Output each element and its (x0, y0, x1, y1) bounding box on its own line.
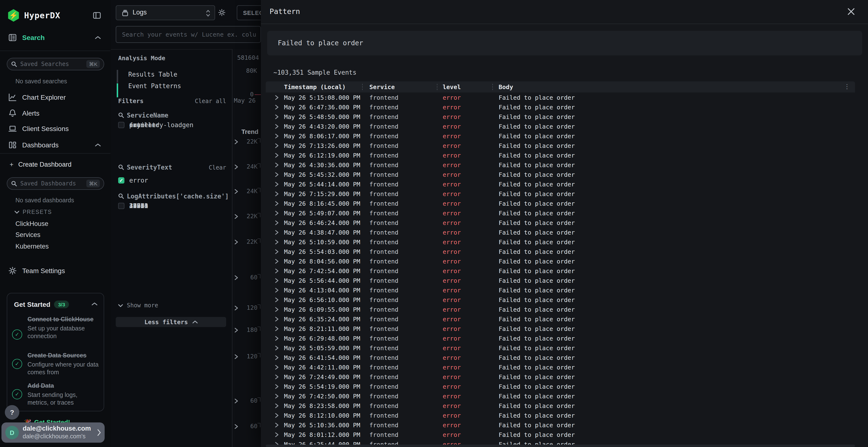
expand-row-chevron-icon[interactable] (275, 95, 279, 100)
table-row[interactable]: May 26 5:44:14.000 PMfrontenderrorFailed… (266, 179, 855, 189)
expand-row-chevron-icon[interactable] (275, 133, 279, 139)
expand-chevron-icon[interactable] (235, 189, 238, 194)
column-resize-handle[interactable] (362, 84, 363, 90)
checkbox-icon[interactable] (118, 203, 124, 209)
table-row[interactable]: May 26 5:10:59.000 PMfrontenderrorFailed… (266, 237, 855, 247)
close-icon[interactable] (847, 7, 856, 16)
table-row[interactable]: May 26 5:48:50.000 PMfrontenderrorFailed… (266, 112, 855, 122)
expand-row-chevron-icon[interactable] (275, 259, 279, 264)
expand-row-chevron-icon[interactable] (275, 220, 279, 226)
clear-all-filters-link[interactable]: Clear all (195, 98, 226, 105)
table-row[interactable]: May 26 7:13:26.000 PMfrontenderrorFailed… (266, 141, 855, 150)
sidebar-item-alerts[interactable]: Alerts (0, 106, 111, 120)
table-row[interactable]: May 26 4:30:36.000 PMfrontenderrorFailed… (266, 160, 855, 170)
expand-row-chevron-icon[interactable] (275, 422, 279, 428)
expand-row-chevron-icon[interactable] (275, 393, 279, 399)
show-more-link[interactable]: Show more (118, 302, 158, 309)
table-row[interactable]: May 26 6:29:48.000 PMfrontenderrorFailed… (266, 333, 855, 343)
help-button[interactable]: ? (5, 405, 19, 419)
preset-services[interactable]: Services (16, 231, 40, 238)
expand-row-chevron-icon[interactable] (275, 249, 279, 254)
expand-row-chevron-icon[interactable] (275, 182, 279, 187)
expand-row-chevron-icon[interactable] (275, 143, 279, 148)
source-settings-gear-icon[interactable] (217, 8, 226, 17)
table-row[interactable]: May 26 6:41:54.000 PMfrontenderrorFailed… (266, 353, 855, 362)
saved-dashboards-input[interactable]: Saved Dashboards ⌘K (7, 177, 104, 190)
table-row[interactable]: May 26 8:01:12.000 PMfrontenderrorFailed… (266, 429, 855, 439)
expand-row-chevron-icon[interactable] (275, 172, 279, 177)
table-row[interactable]: May 26 4:42:11.000 PMfrontenderrorFailed… (266, 362, 855, 372)
expand-chevron-icon[interactable] (235, 354, 238, 359)
expand-row-chevron-icon[interactable] (275, 230, 279, 235)
saved-searches-input[interactable]: Saved Searches ⌘K (7, 58, 104, 70)
table-row[interactable]: May 26 6:56:10.000 PMfrontenderrorFailed… (266, 295, 855, 304)
sidebar-item-dashboards[interactable]: Dashboards (0, 138, 111, 152)
filter-group-clear-link[interactable]: Clear (209, 164, 226, 171)
expand-row-chevron-icon[interactable] (275, 201, 279, 206)
sidebar-item-client-sessions[interactable]: Client Sessions (0, 122, 111, 135)
table-row[interactable]: May 26 8:06:17.000 PMfrontenderrorFailed… (266, 131, 855, 141)
table-row[interactable]: May 26 6:09:55.000 PMfrontenderrorFailed… (266, 304, 855, 314)
create-dashboard-button[interactable]: +Create Dashboard (10, 161, 71, 168)
expand-row-chevron-icon[interactable] (275, 191, 279, 197)
expand-row-chevron-icon[interactable] (275, 365, 279, 370)
source-select[interactable]: Logs (116, 5, 215, 20)
table-row[interactable]: May 26 8:12:10.000 PMfrontenderrorFailed… (266, 410, 855, 420)
expand-row-chevron-icon[interactable] (275, 297, 279, 303)
mode-event-patterns[interactable]: Event Patterns (128, 80, 181, 92)
expand-row-chevron-icon[interactable] (275, 403, 279, 409)
expand-row-chevron-icon[interactable] (275, 345, 279, 351)
table-row[interactable]: May 26 8:21:11.000 PMfrontenderrorFailed… (266, 324, 855, 333)
checkbox-checked-icon[interactable]: ✓ (118, 177, 124, 183)
expand-row-chevron-icon[interactable] (275, 105, 279, 110)
table-row[interactable]: May 26 7:15:29.000 PMfrontenderrorFailed… (266, 189, 855, 199)
expand-row-chevron-icon[interactable] (275, 384, 279, 389)
expand-row-chevron-icon[interactable] (275, 287, 279, 293)
table-row[interactable]: May 26 4:13:04.000 PMfrontenderrorFailed… (266, 285, 855, 295)
preset-kubernetes[interactable]: Kubernetes (16, 243, 49, 250)
table-row[interactable]: May 26 8:04:56.000 PMfrontenderrorFailed… (266, 256, 855, 266)
sidebar-item-chart-explorer[interactable]: Chart Explorer (0, 91, 111, 104)
expand-row-chevron-icon[interactable] (275, 355, 279, 360)
expand-row-chevron-icon[interactable] (275, 124, 279, 129)
expand-row-chevron-icon[interactable] (275, 307, 279, 312)
expand-row-chevron-icon[interactable] (275, 432, 279, 437)
filter-group-name[interactable]: ServiceName (127, 112, 168, 119)
expand-chevron-icon[interactable] (235, 214, 238, 219)
table-row[interactable]: May 26 5:05:59.000 PMfrontenderrorFailed… (266, 343, 855, 353)
table-row[interactable]: May 26 8:23:58.000 PMfrontenderrorFailed… (266, 401, 855, 410)
table-row[interactable]: May 26 7:42:50.000 PMfrontenderrorFailed… (266, 391, 855, 401)
column-resize-handle[interactable] (492, 84, 493, 90)
sidebar-item-team-settings[interactable]: Team Settings (0, 264, 111, 277)
table-row[interactable]: May 26 4:43:20.000 PMfrontenderrorFailed… (266, 122, 855, 131)
column-resize-handle[interactable] (437, 84, 437, 90)
expand-chevron-icon[interactable] (235, 239, 238, 245)
expand-row-chevron-icon[interactable] (275, 114, 279, 119)
table-row[interactable]: May 26 6:46:24.000 PMfrontenderrorFailed… (266, 218, 855, 227)
table-row[interactable]: May 26 6:47:36.000 PMfrontenderrorFailed… (266, 102, 855, 112)
column-header-service[interactable]: Service (369, 83, 395, 91)
table-row[interactable]: May 26 5:54:03.000 PMfrontenderrorFailed… (266, 247, 855, 256)
expand-row-chevron-icon[interactable] (275, 326, 279, 332)
table-row[interactable]: May 26 5:49:07.000 PMfrontenderrorFailed… (266, 208, 855, 218)
less-filters-button[interactable]: Less filters (116, 317, 226, 327)
table-row[interactable]: May 26 6:35:24.000 PMfrontenderrorFailed… (266, 314, 855, 324)
checkbox-icon[interactable] (118, 122, 124, 128)
table-row[interactable]: May 26 5:45:32.000 PMfrontenderrorFailed… (266, 170, 855, 179)
table-row[interactable]: May 26 7:42:54.000 PMfrontenderrorFailed… (266, 266, 855, 276)
filter-group-name[interactable]: SeverityText (127, 164, 172, 171)
expand-row-chevron-icon[interactable] (275, 268, 279, 274)
expand-row-chevron-icon[interactable] (275, 336, 279, 341)
column-header-timestamp[interactable]: Timestamp (Local) (284, 83, 346, 91)
table-row[interactable]: May 26 5:56:44.000 PMfrontenderrorFailed… (266, 276, 855, 285)
chevron-up-icon[interactable] (92, 302, 97, 306)
preset-clickhouse[interactable]: ClickHouse (16, 220, 49, 227)
expand-row-chevron-icon[interactable] (275, 374, 279, 380)
column-header-body[interactable]: Body (499, 83, 513, 91)
filter-group-name[interactable]: LogAttributes['cache.size'] (127, 193, 229, 200)
table-row[interactable]: May 26 5:15:08.000 PMfrontenderrorFailed… (266, 93, 855, 102)
expand-row-chevron-icon[interactable] (275, 153, 279, 158)
expand-row-chevron-icon[interactable] (275, 162, 279, 168)
expand-chevron-icon[interactable] (235, 398, 238, 404)
sidebar-item-search[interactable]: Search (0, 31, 111, 44)
